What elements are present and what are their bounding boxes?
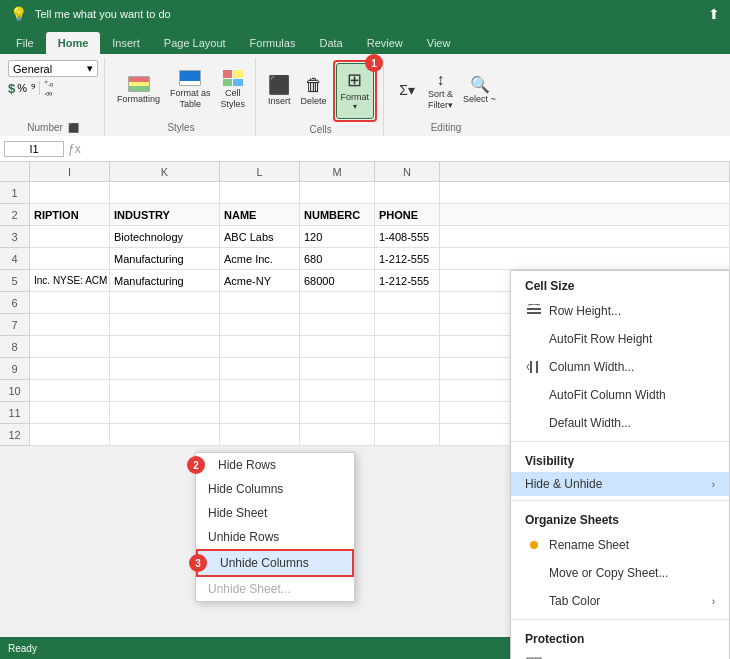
row-8[interactable]: 8 — [0, 336, 30, 358]
row-5[interactable]: 5 — [0, 270, 30, 292]
sum-btn[interactable]: Σ▾ — [392, 62, 422, 118]
tab-data[interactable]: Data — [307, 32, 354, 54]
cell[interactable]: INDUSTRY — [110, 204, 220, 225]
col-header-M[interactable]: M — [300, 162, 375, 181]
cell[interactable] — [30, 292, 110, 313]
svg-rect-2 — [530, 361, 532, 373]
protect-sheet-item[interactable]: Protect Sheet... — [511, 650, 729, 659]
cell[interactable]: Manufacturing — [110, 270, 220, 291]
share-icon[interactable]: ⬆ — [708, 6, 720, 22]
cell[interactable] — [110, 292, 220, 313]
tab-color-item[interactable]: Tab Color › — [511, 587, 729, 615]
separator-2 — [511, 500, 729, 501]
cell[interactable] — [110, 182, 220, 203]
cell — [440, 226, 730, 247]
submenu-arrow-icon: › — [712, 479, 715, 490]
col-header-L[interactable]: L — [220, 162, 300, 181]
format-dropdown-menu: Cell Size Row Height... AutoFit Row Heig… — [510, 270, 730, 659]
tab-home[interactable]: Home — [46, 32, 101, 54]
rename-sheet-item[interactable]: Rename Sheet — [511, 531, 729, 559]
row-4[interactable]: 4 — [0, 248, 30, 270]
cell[interactable]: Acme-NY — [220, 270, 300, 291]
formula-input[interactable] — [85, 142, 726, 156]
cell[interactable]: Inc. NYSE: ACM — [30, 270, 110, 291]
tab-file[interactable]: File — [4, 32, 46, 54]
cell[interactable]: PHONE — [375, 204, 440, 225]
column-width-item[interactable]: Column Width... — [511, 353, 729, 381]
badge-3: 3 — [189, 554, 207, 572]
col-header-I[interactable]: I — [30, 162, 110, 181]
cell[interactable] — [220, 292, 300, 313]
cell[interactable] — [30, 248, 110, 269]
row-10[interactable]: 10 — [0, 380, 30, 402]
cell[interactable]: NUMBERC — [300, 204, 375, 225]
autofit-column-width-item[interactable]: AutoFit Column Width — [511, 381, 729, 409]
currency-icon[interactable]: $ — [8, 81, 15, 96]
cell[interactable]: Acme Inc. — [220, 248, 300, 269]
row-height-item[interactable]: Row Height... — [511, 297, 729, 325]
cell[interactable]: RIPTION — [30, 204, 110, 225]
row-7[interactable]: 7 — [0, 314, 30, 336]
hide-rows-item[interactable]: 2 Hide Rows — [196, 453, 354, 477]
decimal-controls[interactable]: ⁺.₀ .₀₀ — [44, 79, 53, 97]
col-header-N[interactable]: N — [375, 162, 440, 181]
row-1[interactable]: 1 — [0, 182, 30, 204]
tab-formulas[interactable]: Formulas — [238, 32, 308, 54]
cell[interactable] — [375, 182, 440, 203]
ribbon-tabs: File Home Insert Page Layout Formulas Da… — [0, 28, 730, 54]
cell[interactable]: 1-408-555 — [375, 226, 440, 247]
cell[interactable] — [220, 182, 300, 203]
cell[interactable] — [300, 292, 375, 313]
col-header-K[interactable]: K — [110, 162, 220, 181]
percent-icon[interactable]: % — [17, 82, 27, 94]
unhide-columns-item[interactable]: 3 Unhide Columns — [196, 549, 354, 577]
row-12[interactable]: 12 — [0, 424, 30, 446]
hide-columns-item[interactable]: Hide Columns — [196, 477, 354, 501]
autofit-row-height-item[interactable]: AutoFit Row Height — [511, 325, 729, 353]
cell[interactable] — [30, 182, 110, 203]
cell-styles-btn[interactable]: CellStyles — [217, 62, 250, 118]
cell[interactable]: Biotechnology — [110, 226, 220, 247]
cell[interactable]: ABC Labs — [220, 226, 300, 247]
default-width-item[interactable]: Default Width... — [511, 409, 729, 437]
delete-btn[interactable]: 🗑 Delete — [297, 63, 331, 119]
row-6[interactable]: 6 — [0, 292, 30, 314]
cell[interactable] — [375, 292, 440, 313]
cell-reference[interactable]: I1 — [4, 141, 64, 157]
row-9[interactable]: 9 — [0, 358, 30, 380]
cell[interactable] — [30, 226, 110, 247]
hide-sheet-item[interactable]: Hide Sheet — [196, 501, 354, 525]
cell[interactable]: 68000 — [300, 270, 375, 291]
number-format-dropdown[interactable]: General ▾ — [8, 60, 98, 77]
comma-icon[interactable]: ⁹ — [31, 82, 35, 95]
conditional-formatting-btn[interactable]: Formatting — [113, 62, 164, 118]
tab-page-layout[interactable]: Page Layout — [152, 32, 238, 54]
tab-review[interactable]: Review — [355, 32, 415, 54]
protect-sheet-icon — [525, 655, 543, 659]
row-3[interactable]: 3 — [0, 226, 30, 248]
cell[interactable]: 1-212-555 — [375, 248, 440, 269]
cell[interactable]: Manufacturing — [110, 248, 220, 269]
cell[interactable]: NAME — [220, 204, 300, 225]
find-select-btn[interactable]: 🔍 Select ~ — [459, 62, 500, 118]
row-2[interactable]: 2 — [0, 204, 30, 226]
sort-filter-btn[interactable]: ↕ Sort &Filter▾ — [424, 62, 457, 118]
hide-unhide-item[interactable]: Hide & Unhide › — [511, 472, 729, 496]
format-as-table-btn[interactable]: Format asTable — [166, 62, 215, 118]
format-btn[interactable]: ⊞ Format ▾ — [336, 63, 375, 119]
unhide-rows-item[interactable]: Unhide Rows — [196, 525, 354, 549]
cell[interactable] — [300, 182, 375, 203]
col-width-icon — [525, 358, 543, 376]
dropdown-arrow-icon: ▾ — [87, 62, 93, 75]
move-copy-sheet-item[interactable]: Move or Copy Sheet... — [511, 559, 729, 587]
row-11[interactable]: 11 — [0, 402, 30, 424]
tab-insert[interactable]: Insert — [100, 32, 152, 54]
insert-btn[interactable]: ⬛ Insert — [264, 63, 295, 119]
tell-me-text[interactable]: Tell me what you want to do — [35, 8, 700, 20]
cell[interactable]: 120 — [300, 226, 375, 247]
tab-view[interactable]: View — [415, 32, 463, 54]
cell[interactable]: 680 — [300, 248, 375, 269]
unhide-sheet-item[interactable]: Unhide Sheet... — [196, 577, 354, 601]
dot-icon — [525, 536, 543, 554]
cell[interactable]: 1-212-555 — [375, 270, 440, 291]
